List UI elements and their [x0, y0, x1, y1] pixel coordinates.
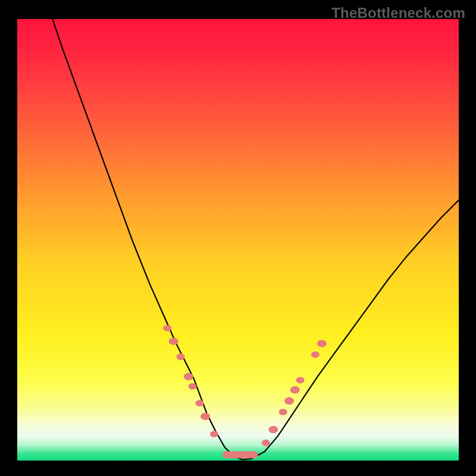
marker-right-2 — [279, 409, 287, 415]
marker-left-7 — [210, 431, 218, 437]
app-frame: TheBottleneck.com — [0, 0, 476, 476]
curve-path — [52, 19, 459, 460]
marker-right-7 — [317, 340, 327, 347]
marker-right-4 — [290, 386, 300, 393]
marker-right-5 — [296, 377, 305, 383]
bottleneck-curve — [17, 19, 459, 461]
watermark-text: TheBottleneck.com — [331, 5, 465, 21]
marker-left-0 — [163, 325, 171, 331]
marker-left-2 — [177, 353, 185, 360]
valley-bar — [223, 451, 258, 458]
marker-left-4 — [189, 383, 197, 390]
marker-right-6 — [311, 351, 320, 358]
marker-left-1 — [169, 337, 178, 345]
marker-right-1 — [268, 426, 278, 433]
marker-left-3 — [184, 373, 193, 380]
plot-area — [17, 19, 459, 461]
marker-left-5 — [195, 400, 203, 406]
marker-left-6 — [201, 413, 210, 420]
marker-right-0 — [262, 440, 270, 446]
marker-right-3 — [284, 397, 294, 405]
